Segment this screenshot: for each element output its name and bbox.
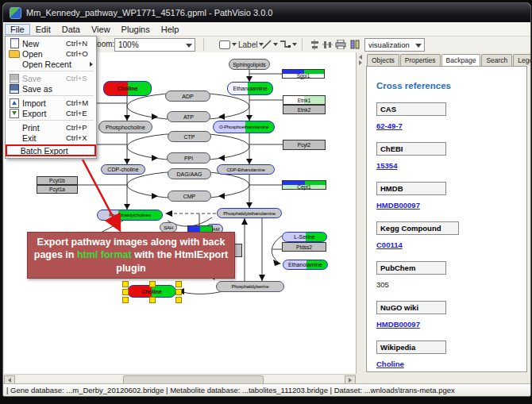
zoom-combobox[interactable]: 100%: [114, 38, 195, 52]
label-template-button[interactable]: Label: [238, 38, 264, 51]
menu-edit[interactable]: Edit: [30, 24, 56, 35]
menu-separator: [8, 120, 94, 121]
gene-etnk1[interactable]: Etnk1: [283, 95, 326, 105]
selection-handle[interactable]: [122, 297, 129, 303]
chevron-down-icon[interactable]: [415, 44, 422, 48]
node-phosphatidylcholines[interactable]: Phosphatidylcholines: [97, 210, 163, 221]
gene-sgpl1[interactable]: Sgpl1: [282, 69, 325, 79]
tab-backpage[interactable]: Backpage: [441, 54, 481, 67]
menu-plugins[interactable]: Plugins: [116, 24, 156, 35]
print-button[interactable]: [335, 38, 346, 51]
file-menu-item-export[interactable]: Export Ctrl+E: [6, 108, 96, 118]
selection-handle[interactable]: [175, 281, 182, 287]
node-cdp-choline[interactable]: CDP-choline: [101, 164, 145, 175]
gene-pcyt1b[interactable]: Pcyt1b: [37, 176, 78, 185]
file-menu-item-save-as[interactable]: Save as: [6, 83, 96, 94]
connector-tool-button[interactable]: [279, 38, 297, 51]
window-title: Mm_Kennedy_pathway_WP1771_45176.gpml - P…: [26, 8, 272, 17]
chevron-right-icon: [359, 60, 362, 65]
xref-link[interactable]: 15354: [376, 161, 397, 170]
datanode-template-button[interactable]: [219, 38, 237, 51]
align-horizontal-button[interactable]: [310, 38, 320, 51]
printer-icon: [335, 40, 346, 49]
file-menu-item-exit[interactable]: Exit Ctrl+X: [6, 133, 96, 143]
file-menu-item-save: Save Ctrl+S: [6, 73, 96, 83]
node-ethanolamine[interactable]: Ethanolamine: [227, 82, 273, 95]
menu-view[interactable]: View: [86, 24, 116, 35]
node-cmp[interactable]: CMP: [168, 190, 211, 202]
xref-link[interactable]: HMDB00097: [376, 320, 420, 329]
align-horizontal-icon: [310, 40, 320, 50]
file-menu-item-batch-export[interactable]: Batch Export: [6, 144, 96, 156]
xref-section-chebi: ChEBI 15354: [376, 140, 517, 170]
tab-legend[interactable]: Legend: [513, 54, 531, 66]
menu-data[interactable]: Data: [56, 24, 86, 35]
selection-handle[interactable]: [122, 289, 129, 295]
align-vertical-icon: [322, 40, 333, 50]
align-vertical-button[interactable]: [322, 38, 333, 51]
gene-ptdss2[interactable]: Ptdss2: [282, 242, 326, 252]
node-ppi[interactable]: PPi: [167, 152, 210, 164]
xref-source-name: HMDB: [376, 182, 446, 195]
xref-source-name: Kegg Compound: [376, 221, 459, 235]
splitter-collapse-icons[interactable]: [357, 55, 364, 65]
file-menu-item-import[interactable]: Import Ctrl+M: [6, 98, 96, 108]
tab-search[interactable]: Search: [481, 54, 512, 66]
file-menu-item-new[interactable]: New Ctrl+N: [6, 38, 96, 48]
xref-link[interactable]: HMDB00097: [376, 201, 420, 210]
line-icon: [262, 40, 272, 49]
file-menu-item-open-recent[interactable]: Open Recent: [6, 59, 96, 69]
xref-section-pubchem: PubChem 305: [376, 260, 517, 289]
node-choline[interactable]: Choline: [103, 81, 152, 96]
xref-link[interactable]: 62-49-7: [376, 121, 403, 130]
node-ctp[interactable]: CTP: [168, 131, 211, 142]
menu-separator: [8, 71, 94, 71]
node-sphingolipids[interactable]: Sphingolipids: [229, 59, 270, 70]
node-dag[interactable]: DAG/AAG: [168, 168, 211, 179]
xref-source-name: CAS: [376, 102, 446, 116]
xref-link[interactable]: C00114: [376, 240, 403, 249]
chevron-down-icon: [273, 43, 278, 46]
toolbar-separator: [203, 38, 204, 51]
tab-objects[interactable]: Objects: [367, 54, 399, 66]
file-menu-item-open[interactable]: Open Ctrl+O: [6, 48, 96, 59]
selection-handle[interactable]: [149, 297, 156, 303]
selection-handle[interactable]: [149, 281, 156, 287]
menu-help[interactable]: Help: [156, 24, 185, 35]
node-atp[interactable]: ATP: [167, 111, 210, 122]
title-bar[interactable]: Mm_Kennedy_pathway_WP1771_45176.gpml - P…: [3, 3, 530, 22]
save-icon: [9, 74, 20, 83]
gene-cept1[interactable]: Cept1: [282, 180, 326, 190]
node-cdp-ethanolamine[interactable]: CDP-Ethanolamine: [217, 164, 275, 175]
gene-pcyt1a[interactable]: Pcyt1a: [37, 185, 78, 194]
xref-source-name: NuGO wiki: [376, 301, 446, 314]
node-phosphatidylserine[interactable]: Phosphatidylserine: [216, 281, 284, 292]
menu-file[interactable]: File: [5, 24, 30, 35]
tab-properties[interactable]: Properties: [400, 54, 441, 66]
node-phosphatidylethanolamine[interactable]: Phosphatidylethanolamine: [217, 208, 282, 218]
visualization-combobox[interactable]: visualization: [364, 38, 425, 52]
menu-bar: File Edit Data View Plugins Help: [3, 22, 530, 37]
node-phosphocholine[interactable]: Phosphocholine: [98, 121, 152, 133]
selection-handle[interactable]: [175, 289, 182, 295]
xref-section-kegg: Kegg Compound C00114: [376, 220, 517, 249]
line-tool-button[interactable]: [262, 38, 278, 51]
node-o-phosphoethanolamine[interactable]: O-Phosphoethanolamine: [213, 121, 275, 133]
xref-link[interactable]: Choline: [376, 360, 404, 368]
selection-handle[interactable]: [122, 281, 129, 287]
chevron-down-icon[interactable]: [186, 44, 192, 48]
layout-button[interactable]: [350, 38, 360, 51]
xref-source-name: PubChem: [376, 261, 446, 275]
xref-section-cas: CAS 62-49-7: [376, 101, 517, 130]
selection-handle[interactable]: [175, 297, 182, 303]
node-l-serine[interactable]: L-Serine: [282, 232, 327, 242]
chevron-left-icon: [8, 378, 11, 383]
node-ethanolamine-bottom[interactable]: Ethanolamine: [283, 260, 328, 270]
save-as-icon: [9, 84, 20, 94]
gene-etnk2[interactable]: Etnk2: [283, 105, 326, 114]
file-menu-item-print[interactable]: Print Ctrl+P: [6, 122, 96, 133]
side-panel: Objects Properties Backpage Search Legen…: [364, 52, 529, 374]
gene-pcyt2[interactable]: Pcyt2: [283, 140, 326, 150]
node-adp[interactable]: ADP: [165, 90, 210, 102]
connector-icon: [279, 40, 291, 49]
